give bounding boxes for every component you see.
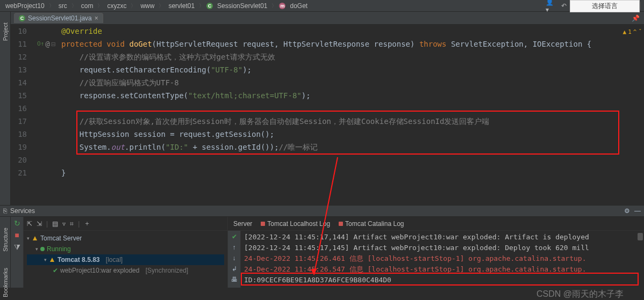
crumb-project[interactable]: webProject10 xyxy=(3,2,47,10)
log-tabs: Server Tomcat Localhost Log Tomcat Catal… xyxy=(228,217,644,231)
left-tool-tabs: Project xyxy=(0,12,11,205)
down-icon[interactable]: ↓ xyxy=(233,254,236,262)
filter-icon[interactable]: ⧩ xyxy=(14,243,20,252)
tab-structure[interactable]: Structure xyxy=(2,228,9,252)
class-icon: C xyxy=(206,3,213,9)
soft-wrap-icon[interactable]: ↲ xyxy=(232,265,237,273)
close-icon[interactable]: × xyxy=(95,14,98,22)
services-top-toolbar: ⇱⇲ | ▤▿⌗ | ＋ xyxy=(24,217,227,231)
up-icon[interactable]: ↑ xyxy=(233,244,236,251)
collapse-icon[interactable]: ⇲ xyxy=(37,220,42,228)
file-tab[interactable]: C SessionServlet01.java × xyxy=(14,13,103,23)
running-icon xyxy=(40,247,45,251)
back-icon[interactable]: ↶ xyxy=(560,2,568,10)
left-tool-tabs-lower: Structure Bookmarks Web xyxy=(0,217,11,288)
services-title[interactable]: Services xyxy=(10,207,35,215)
warning-icon: ▲ xyxy=(623,26,627,39)
watermark: CSDN @雨天的木子李 xyxy=(536,289,624,300)
add-icon[interactable]: ＋ xyxy=(84,219,90,228)
breadcrumb: webProject10〉 src〉 com〉 cxyzxc〉 www〉 ser… xyxy=(3,2,546,10)
crumb-www[interactable]: www xyxy=(138,2,156,10)
tab-server[interactable]: Server xyxy=(233,220,252,228)
group-icon[interactable]: ⌗ xyxy=(70,220,74,228)
crumb-method[interactable]: doGet xyxy=(288,2,310,10)
rerun-icon[interactable]: ↻ xyxy=(14,219,20,228)
print-icon[interactable]: 🖶 xyxy=(231,276,238,283)
services-run-toolbar: ↻ ■ ⧩ xyxy=(11,217,24,288)
code-editor[interactable]: 101112 131415 161718 192021 O↑@⊟ ▲1^ˇ @O… xyxy=(11,25,644,205)
override-icon[interactable]: O↑ xyxy=(37,38,44,50)
filter2-icon[interactable]: ▤ xyxy=(52,220,58,228)
console-toolbar: ✔ ↑ ↓ ↲ 🖶 xyxy=(228,231,241,288)
expand-icon[interactable]: ⇱ xyxy=(27,220,32,228)
ok-icon[interactable]: ✔ xyxy=(232,233,237,240)
method-icon: m xyxy=(279,3,285,9)
minimize-icon[interactable]: — xyxy=(634,207,641,215)
crumb-src[interactable]: src xyxy=(56,2,69,10)
crumb-cxyzxc[interactable]: cxyzxc xyxy=(105,2,128,10)
settings-icon[interactable]: ⚙ xyxy=(624,207,630,215)
services-tree[interactable]: ▾Tomcat Server ▾Running ▾Tomcat 8.5.83 [… xyxy=(24,231,227,288)
tab-catalina-log[interactable]: Tomcat Catalina Log xyxy=(339,220,404,228)
language-tooltip[interactable]: 选择语言 xyxy=(570,0,640,12)
filter3-icon[interactable]: ▿ xyxy=(62,220,66,228)
tab-label: SessionServlet01.java xyxy=(28,14,92,22)
ok-icon: ✔ xyxy=(53,267,58,274)
tab-project[interactable]: Project xyxy=(2,23,9,41)
stop-icon[interactable]: ■ xyxy=(15,231,19,239)
class-icon: C xyxy=(19,15,25,21)
tree-artifact[interactable]: ✔webProject10:war exploded [Synchronized… xyxy=(27,265,224,276)
pin-icon[interactable]: 📌 xyxy=(632,14,640,22)
crumb-class[interactable]: SessionServlet01 xyxy=(215,2,269,10)
tree-tomcat-instance[interactable]: ▾Tomcat 8.5.83 [local] xyxy=(27,254,224,265)
crumb-com[interactable]: com xyxy=(79,2,96,10)
crumb-pkg[interactable]: servlet01 xyxy=(166,2,197,10)
editor-tabs: C SessionServlet01.java × 📌 xyxy=(11,12,644,25)
top-bar: webProject10〉 src〉 com〉 cxyzxc〉 www〉 ser… xyxy=(0,0,644,12)
inspection-badge[interactable]: ▲1^ˇ xyxy=(623,26,642,39)
tab-localhost-log[interactable]: Tomcat Localhost Log xyxy=(261,220,330,228)
scrollbar[interactable] xyxy=(638,233,643,240)
line-gutter: 101112 131415 161718 192021 xyxy=(11,25,31,205)
services-icon: ⎘ xyxy=(3,207,7,215)
user-icon[interactable]: 👤▾ xyxy=(546,2,554,10)
tab-bookmarks[interactable]: Bookmarks xyxy=(2,268,9,297)
stop-square-icon xyxy=(261,222,265,226)
gutter-icons: O↑@⊟ xyxy=(31,25,61,205)
console-output[interactable]: [2022-12-24 11:45:17,144] Artifact webPr… xyxy=(241,231,644,288)
stop-square-icon xyxy=(339,222,343,226)
services-header: ⎘ Services ⚙ — xyxy=(0,205,644,217)
